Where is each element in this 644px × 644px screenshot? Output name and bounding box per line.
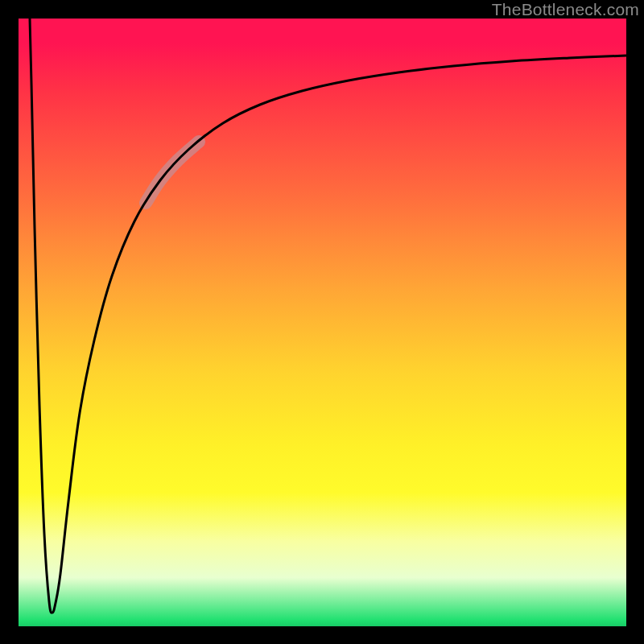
plot-area xyxy=(19,19,626,626)
highlight-segment xyxy=(146,142,199,203)
attribution-text: TheBottleneck.com xyxy=(492,0,639,19)
curve-layer xyxy=(19,19,626,626)
bottleneck-curve xyxy=(30,19,626,613)
chart-frame: TheBottleneck.com xyxy=(0,0,644,644)
